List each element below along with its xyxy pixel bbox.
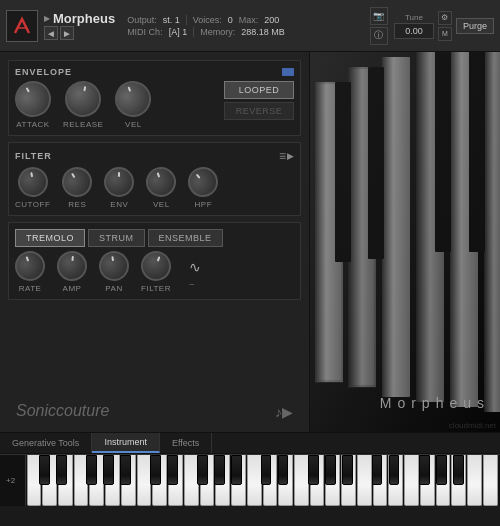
black-key-4[interactable] (103, 455, 113, 485)
black-key-14[interactable] (325, 455, 335, 485)
looped-button[interactable]: LOOPED (224, 81, 294, 99)
purge-button[interactable]: Purge (456, 18, 494, 34)
black-key-2[interactable] (56, 455, 66, 485)
tremolo-tab[interactable]: TREMOLO (15, 229, 85, 247)
amp-label: AMP (63, 284, 82, 293)
black-key-12[interactable] (278, 455, 288, 485)
filter-vel-knob[interactable] (142, 163, 180, 201)
main-area: ENVELOPE ATTACK RELEASE VEL LOOPED (0, 52, 500, 432)
res-group: RES (62, 167, 92, 209)
settings-btn[interactable]: ⚙ (438, 11, 452, 25)
envelope-mini-btn[interactable] (282, 68, 294, 76)
piano-visual-svg (310, 52, 500, 432)
tune-display[interactable]: 0.00 (394, 23, 434, 39)
tune-label: Tune (405, 13, 423, 22)
cutoff-knob[interactable] (15, 165, 50, 200)
nav-next[interactable]: ► (60, 26, 74, 40)
envelope-section: ENVELOPE ATTACK RELEASE VEL LOOPED (8, 60, 301, 136)
res-label: RES (68, 200, 86, 209)
piano-keyboard: +2 (0, 454, 500, 506)
release-label: RELEASE (63, 120, 103, 129)
logo-box[interactable] (6, 10, 38, 42)
tune-value: 0.00 (405, 26, 423, 36)
piano-visual (310, 52, 500, 432)
black-key-18[interactable] (419, 455, 429, 485)
fx-section: TREMOLO STRUM ENSEMBLE RATE AMP PAN (8, 222, 301, 300)
filter-vel-label: VEL (153, 200, 170, 209)
top-bar: ▶ Morpheus ◄ ► Output: st. 1 Voices: 0 M… (0, 0, 500, 52)
wave-icon: ∿− (189, 259, 201, 291)
pan-label: PAN (105, 284, 122, 293)
black-key-9[interactable] (214, 455, 224, 485)
keyboard-left-info: +2 (2, 455, 26, 506)
strum-tab[interactable]: STRUM (88, 229, 145, 247)
hpf-knob[interactable] (182, 161, 224, 203)
filter-env-knob[interactable] (104, 167, 134, 197)
filter-vel-group: VEL (146, 167, 176, 209)
tab-effects[interactable]: Effects (160, 433, 212, 453)
info-row-2: MIDI Ch: [A] 1 Memory: 288.18 MB (127, 27, 370, 37)
black-key-11[interactable] (261, 455, 271, 485)
white-key-25[interactable] (404, 455, 419, 506)
tab-instrument[interactable]: Instrument (92, 433, 160, 453)
info-btn[interactable]: ⓘ (370, 27, 388, 45)
white-key-29[interactable] (467, 455, 482, 506)
tab-generative[interactable]: Generative Tools (0, 433, 92, 453)
release-group: RELEASE (63, 81, 103, 129)
hpf-group: HPF (188, 167, 218, 209)
black-key-6[interactable] (150, 455, 160, 485)
rate-group: RATE (15, 251, 45, 293)
camera-btn[interactable]: 📷 (370, 7, 388, 25)
svg-rect-15 (310, 52, 500, 432)
black-key-20[interactable] (453, 455, 463, 485)
midi-btn[interactable]: M (438, 27, 452, 41)
white-key-15[interactable] (247, 455, 262, 506)
filter-header: FILTER ≡▸ (15, 149, 294, 163)
env-vel-label: VEL (125, 120, 142, 129)
fx-filter-knob[interactable] (137, 247, 175, 285)
env-vel-knob[interactable] (110, 76, 156, 122)
rate-knob[interactable] (11, 247, 49, 285)
envelope-controls: ATTACK RELEASE VEL LOOPED REVERSE (15, 81, 294, 129)
filter-env-group: ENV (104, 167, 134, 209)
black-key-7[interactable] (167, 455, 177, 485)
black-key-19[interactable] (436, 455, 446, 485)
amp-knob[interactable] (56, 250, 89, 283)
black-key-13[interactable] (308, 455, 318, 485)
white-key-30[interactable] (483, 455, 498, 506)
instrument-name: Morpheus (53, 11, 115, 26)
cutoff-group: CUTOFF (15, 167, 50, 209)
brand-area: Soniccouture ♪▶ (8, 306, 301, 424)
black-key-17[interactable] (389, 455, 399, 485)
pan-knob[interactable] (97, 249, 132, 284)
ensemble-tab[interactable]: ENSEMBLE (148, 229, 223, 247)
bottom-tabs: Generative Tools Instrument Effects (0, 432, 500, 454)
release-knob[interactable] (62, 78, 104, 120)
hpf-label: HPF (195, 200, 213, 209)
attack-group: ATTACK (15, 81, 51, 129)
black-key-5[interactable] (120, 455, 130, 485)
loop-buttons: LOOPED REVERSE (224, 81, 294, 120)
filter-lines-icon[interactable]: ≡▸ (279, 149, 294, 163)
black-key-3[interactable] (86, 455, 96, 485)
white-key-22[interactable] (357, 455, 372, 506)
black-key-15[interactable] (342, 455, 352, 485)
music-note-icon[interactable]: ♪▶ (275, 404, 293, 420)
nav-prev[interactable]: ◄ (44, 26, 58, 40)
black-key-8[interactable] (197, 455, 207, 485)
fx-filter-group: FILTER (141, 251, 171, 293)
white-key-18[interactable] (294, 455, 309, 506)
filter-controls: CUTOFF RES ENV VEL HPF (15, 167, 294, 209)
env-vel-group: VEL (115, 81, 151, 129)
black-key-16[interactable] (372, 455, 382, 485)
filter-section: FILTER ≡▸ CUTOFF RES ENV VEL (8, 142, 301, 216)
black-key-10[interactable] (231, 455, 241, 485)
black-key-1[interactable] (39, 455, 49, 485)
top-right-controls: 📷 ⓘ Tune 0.00 ⚙ M Purge (370, 7, 494, 45)
reverse-button[interactable]: REVERSE (224, 102, 294, 120)
amp-group: AMP (57, 251, 87, 293)
info-row-1: Output: st. 1 Voices: 0 Max: 200 (127, 15, 370, 25)
res-knob[interactable] (57, 162, 98, 203)
right-panel: Morpheus cloudmidi.net (310, 52, 500, 432)
attack-knob[interactable] (8, 74, 57, 123)
